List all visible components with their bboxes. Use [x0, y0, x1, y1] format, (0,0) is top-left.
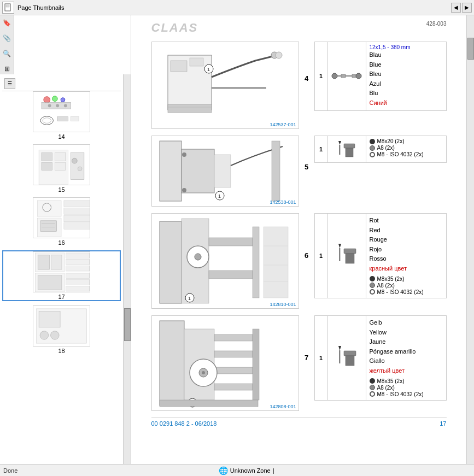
- diagram-6: 1 142810-001: [151, 213, 299, 309]
- sidebar-toolbar: ☰: [2, 77, 121, 91]
- svg-point-59: [276, 52, 282, 58]
- nut-text-5-1: M8 - ISO 4032 (2x): [377, 151, 424, 157]
- next-page-button[interactable]: ▶: [462, 3, 472, 13]
- diagram-box-4: 1 142537-001: [151, 42, 299, 129]
- bolt-dot-6-1: [370, 276, 375, 281]
- svg-rect-1: [6, 5, 9, 7]
- svg-rect-81: [209, 271, 253, 279]
- prev-page-button[interactable]: ◀: [451, 3, 461, 13]
- thumb-label-18: 18: [2, 348, 121, 354]
- thumb-img-14: [33, 91, 90, 132]
- svg-rect-78: [160, 221, 182, 303]
- search-icon[interactable]: 🔍: [2, 48, 13, 59]
- svg-point-5: [61, 98, 65, 102]
- claas-logo: CLAAS: [151, 21, 198, 35]
- footer-page-number: 17: [440, 420, 446, 427]
- washer-text-6-1: A8 (2x): [377, 283, 395, 289]
- part-row-7-1: 1 Gelb: [315, 316, 446, 400]
- part-desc-5-1: M8x20 (2x) A8 (2x) M8 - ISO 4032 (2x): [366, 136, 446, 162]
- svg-rect-95: [160, 321, 184, 406]
- thumbnail-17[interactable]: 17: [2, 250, 121, 301]
- svg-point-103: [202, 371, 205, 374]
- thumb-img-18: [33, 305, 90, 346]
- svg-marker-108: [338, 346, 341, 350]
- section-num-5: 5: [299, 136, 314, 171]
- thumbnail-16[interactable]: 16: [2, 197, 121, 246]
- svg-point-9: [64, 104, 67, 107]
- part-desc-7-1: Gelb Yellow Jaune Póngase amarillo Giall…: [366, 316, 446, 400]
- zone-separator: |: [273, 467, 274, 474]
- nut-dot-7-1: [370, 391, 375, 397]
- thumb-img-16: [33, 197, 90, 238]
- parts-col-6: 1 Rot: [314, 213, 447, 298]
- svg-rect-26: [64, 201, 90, 207]
- svg-text:1: 1: [207, 67, 210, 72]
- svg-marker-91: [338, 244, 341, 248]
- svg-rect-42: [66, 266, 90, 271]
- svg-rect-41: [66, 260, 90, 265]
- bolt-dot-7-1: [370, 378, 375, 384]
- thumb-img-17: [33, 251, 90, 292]
- svg-rect-97: [214, 334, 253, 341]
- sidebar-icon-strip: 🔖 📎 🔍 ⊞: [0, 15, 14, 74]
- diagram-5: 1 142538-001: [151, 136, 299, 207]
- svg-rect-110: [344, 351, 356, 356]
- svg-point-65: [356, 73, 361, 79]
- sidebar-scrollbar[interactable]: [123, 74, 131, 464]
- bolt-dot-5-1: [370, 139, 375, 144]
- section-6: 1 142810-001 6 1: [151, 213, 447, 309]
- bolt-text-5-1: M8x20 (2x): [377, 138, 405, 144]
- svg-rect-111: [346, 356, 354, 366]
- part-langs-4-1: Blau Blue Bleu Azul Blu Синий: [370, 50, 443, 108]
- sidebar-content: ☰: [0, 74, 131, 464]
- svg-text:1: 1: [188, 296, 191, 301]
- washer-dot-5-1: [370, 145, 375, 151]
- washer-text-7-1: A8 (2x): [377, 385, 395, 391]
- svg-marker-74: [338, 141, 341, 145]
- part-row-5-1: 1: [315, 136, 446, 162]
- nut-dot-6-1: [370, 289, 375, 295]
- sidebar-scroll-thumb[interactable]: [124, 308, 131, 341]
- thumbnail-18[interactable]: 18: [2, 305, 121, 354]
- svg-rect-31: [40, 221, 56, 231]
- section-num-6: 6: [299, 213, 314, 260]
- page-thumbnails-icon: [2, 2, 14, 14]
- svg-rect-107: [160, 400, 258, 407]
- attach-icon[interactable]: 📎: [2, 33, 13, 44]
- svg-point-4: [52, 96, 57, 102]
- section-num-7: 7: [299, 315, 314, 362]
- svg-rect-77: [346, 148, 353, 157]
- right-scrollbar[interactable]: [466, 15, 474, 464]
- svg-rect-44: [66, 280, 90, 285]
- nut-text-7-1: M8 - ISO 4032 (2x): [377, 391, 424, 397]
- section-4: 1 142537-001 4 1: [151, 42, 447, 129]
- diagram-box-6: 1 142810-001: [151, 213, 299, 309]
- diagram-ref-7: 142808-001: [270, 404, 296, 409]
- svg-rect-29: [64, 223, 90, 230]
- thumb-label-14: 14: [2, 133, 121, 140]
- layers-icon[interactable]: ⊞: [2, 63, 13, 74]
- thumbnail-14[interactable]: 14: [2, 91, 121, 140]
- part-row-4-1: 1: [315, 42, 446, 110]
- svg-point-60: [332, 73, 337, 79]
- svg-rect-27: [64, 208, 90, 214]
- view-mode-button[interactable]: ☰: [4, 78, 15, 89]
- svg-rect-53: [190, 58, 203, 66]
- part-block-4-1: 1: [314, 42, 447, 111]
- thumb-label-15: 15: [2, 186, 121, 193]
- right-scroll-thumb[interactable]: [467, 38, 474, 60]
- diagram-ref-6: 142810-001: [270, 302, 296, 307]
- svg-point-73: [182, 188, 186, 192]
- status-bar: Done 🌐 Unknown Zone |: [0, 464, 474, 476]
- svg-rect-28: [64, 215, 90, 222]
- svg-rect-100: [214, 384, 253, 390]
- footer-doc-number: 00 0291 848 2 - 06/2018: [151, 420, 217, 427]
- svg-rect-80: [209, 238, 253, 246]
- bookmark-icon[interactable]: 🔖: [2, 17, 13, 28]
- thumbnail-15[interactable]: 15: [2, 144, 121, 193]
- section-num-4: 4: [299, 42, 314, 83]
- doc-footer: 00 0291 848 2 - 06/2018 17: [151, 418, 447, 427]
- svg-rect-76: [344, 144, 355, 148]
- svg-rect-68: [214, 155, 231, 187]
- zone-label: Unknown Zone: [230, 467, 271, 474]
